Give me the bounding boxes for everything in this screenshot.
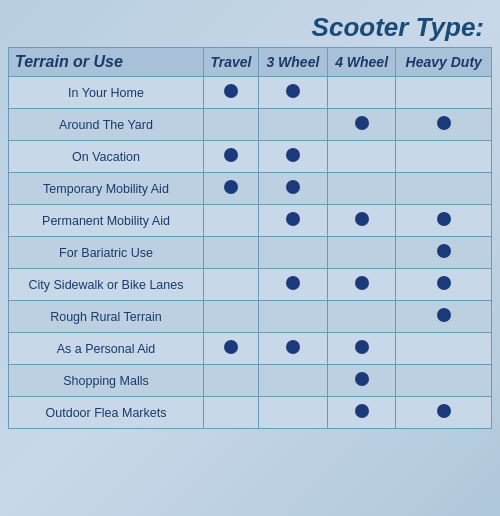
dot-icon xyxy=(437,404,451,418)
cell-wheel3 xyxy=(259,397,328,429)
dot-icon xyxy=(286,180,300,194)
page-title: Scooter Type: xyxy=(312,12,484,42)
dot-icon xyxy=(286,148,300,162)
cell-heavy xyxy=(396,205,492,237)
row-label: Temporary Mobility Aid xyxy=(9,173,204,205)
table-row: Shopping Malls xyxy=(9,365,492,397)
cell-heavy xyxy=(396,77,492,109)
cell-wheel4 xyxy=(327,333,396,365)
comparison-table: Terrain or Use Travel 3 Wheel 4 Wheel He… xyxy=(8,47,492,429)
dot-icon xyxy=(286,340,300,354)
table-row: Permanent Mobility Aid xyxy=(9,205,492,237)
cell-wheel3 xyxy=(259,141,328,173)
cell-travel xyxy=(203,397,258,429)
cell-wheel4 xyxy=(327,269,396,301)
cell-heavy xyxy=(396,269,492,301)
dot-icon xyxy=(286,84,300,98)
cell-wheel4 xyxy=(327,205,396,237)
cell-travel xyxy=(203,365,258,397)
page-container: Scooter Type: Terrain or Use Travel 3 Wh… xyxy=(0,0,500,516)
terrain-column-header: Terrain or Use xyxy=(9,48,204,77)
table-row: Around The Yard xyxy=(9,109,492,141)
cell-heavy xyxy=(396,173,492,205)
cell-heavy xyxy=(396,365,492,397)
dot-icon xyxy=(224,148,238,162)
cell-travel xyxy=(203,173,258,205)
cell-wheel3 xyxy=(259,109,328,141)
header: Scooter Type: xyxy=(8,8,492,45)
cell-wheel4 xyxy=(327,301,396,333)
cell-wheel3 xyxy=(259,205,328,237)
cell-travel xyxy=(203,269,258,301)
row-label: Around The Yard xyxy=(9,109,204,141)
dot-icon xyxy=(286,276,300,290)
cell-wheel4 xyxy=(327,141,396,173)
dot-icon xyxy=(355,372,369,386)
row-label: Shopping Malls xyxy=(9,365,204,397)
dot-icon xyxy=(437,212,451,226)
dot-icon xyxy=(437,244,451,258)
cell-heavy xyxy=(396,141,492,173)
dot-icon xyxy=(437,276,451,290)
cell-wheel4 xyxy=(327,173,396,205)
cell-travel xyxy=(203,333,258,365)
dot-icon xyxy=(355,276,369,290)
heavy-column-header: Heavy Duty xyxy=(396,48,492,77)
cell-heavy xyxy=(396,237,492,269)
table-row: Outdoor Flea Markets xyxy=(9,397,492,429)
cell-wheel3 xyxy=(259,269,328,301)
dot-icon xyxy=(224,180,238,194)
dot-icon xyxy=(437,116,451,130)
wheel4-column-header: 4 Wheel xyxy=(327,48,396,77)
table-row: Rough Rural Terrain xyxy=(9,301,492,333)
table-row: In Your Home xyxy=(9,77,492,109)
cell-travel xyxy=(203,77,258,109)
row-label: Outdoor Flea Markets xyxy=(9,397,204,429)
table-row: City Sidewalk or Bike Lanes xyxy=(9,269,492,301)
table-row: For Bariatric Use xyxy=(9,237,492,269)
cell-heavy xyxy=(396,333,492,365)
row-label: City Sidewalk or Bike Lanes xyxy=(9,269,204,301)
cell-wheel3 xyxy=(259,301,328,333)
row-label: In Your Home xyxy=(9,77,204,109)
cell-travel xyxy=(203,301,258,333)
cell-wheel4 xyxy=(327,397,396,429)
wheel3-column-header: 3 Wheel xyxy=(259,48,328,77)
dot-icon xyxy=(355,404,369,418)
cell-wheel4 xyxy=(327,77,396,109)
dot-icon xyxy=(286,212,300,226)
row-label: Permanent Mobility Aid xyxy=(9,205,204,237)
dot-icon xyxy=(224,84,238,98)
cell-travel xyxy=(203,141,258,173)
cell-wheel3 xyxy=(259,333,328,365)
cell-wheel3 xyxy=(259,237,328,269)
cell-wheel3 xyxy=(259,365,328,397)
cell-wheel4 xyxy=(327,237,396,269)
cell-heavy xyxy=(396,301,492,333)
travel-column-header: Travel xyxy=(203,48,258,77)
table-row: On Vacation xyxy=(9,141,492,173)
cell-wheel3 xyxy=(259,77,328,109)
table-row: Temporary Mobility Aid xyxy=(9,173,492,205)
row-label: On Vacation xyxy=(9,141,204,173)
cell-travel xyxy=(203,109,258,141)
dot-icon xyxy=(224,340,238,354)
cell-heavy xyxy=(396,109,492,141)
table-row: As a Personal Aid xyxy=(9,333,492,365)
dot-icon xyxy=(355,116,369,130)
dot-icon xyxy=(355,340,369,354)
dot-icon xyxy=(437,308,451,322)
dot-icon xyxy=(355,212,369,226)
cell-heavy xyxy=(396,397,492,429)
cell-wheel4 xyxy=(327,365,396,397)
cell-wheel4 xyxy=(327,109,396,141)
row-label: For Bariatric Use xyxy=(9,237,204,269)
cell-wheel3 xyxy=(259,173,328,205)
row-label: As a Personal Aid xyxy=(9,333,204,365)
row-label: Rough Rural Terrain xyxy=(9,301,204,333)
cell-travel xyxy=(203,205,258,237)
cell-travel xyxy=(203,237,258,269)
